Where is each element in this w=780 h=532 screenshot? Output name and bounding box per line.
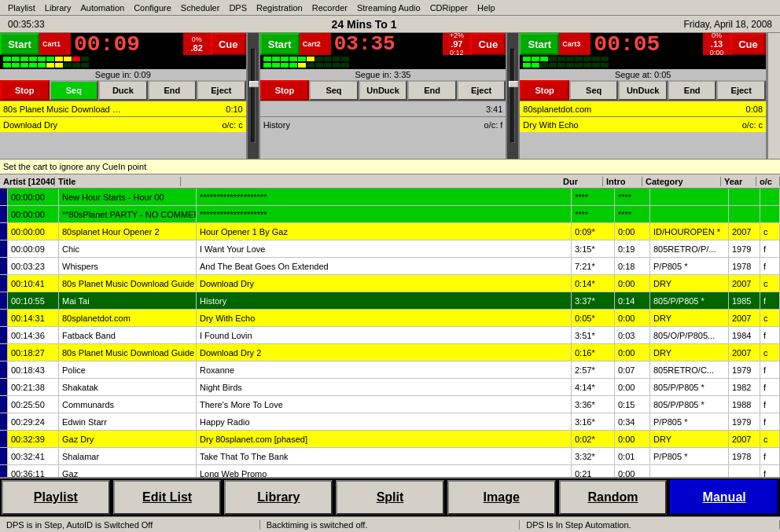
cell-year: 1982 [729, 379, 760, 395]
table-row[interactable]: 00:14:36Fatback BandI Found Lovin3:51*0:… [0, 327, 780, 344]
menu-item-streaming-audio[interactable]: Streaming Audio [352, 2, 425, 14]
cart2-unduck-button[interactable]: UnDuck [359, 80, 408, 101]
cart3-segue: Segue at: 0:05 [520, 69, 766, 80]
menu-item-help[interactable]: Help [473, 2, 500, 14]
cart3-cue-button[interactable]: Cue [730, 33, 766, 55]
cart3-eject-button[interactable]: Eject [716, 80, 766, 101]
menu-item-cdripper[interactable]: CDRipper [425, 2, 473, 14]
fader2-thumb[interactable] [509, 81, 518, 87]
fader-1[interactable] [248, 33, 259, 159]
cart3-seq-button[interactable]: Seq [569, 80, 619, 101]
cart1-end-button[interactable]: End [148, 80, 197, 101]
cart3-info-primary: 80splanetdot.com 0:08 [520, 101, 766, 116]
menu-item-registration[interactable]: Registration [252, 2, 307, 14]
cart1-stop-button[interactable]: Stop [0, 80, 50, 101]
toolbar-btn-library[interactable]: Library [224, 480, 333, 515]
cart1-eject-button[interactable]: Eject [197, 80, 246, 101]
table-row[interactable]: 00:03:23WhispersAnd The Beat Goes On Ext… [0, 258, 780, 275]
cell-artist: Whispers [59, 258, 197, 274]
toolbar-btn-manual[interactable]: Manual [670, 480, 778, 515]
menu-item-automation[interactable]: Automation [75, 2, 129, 14]
cart2-end-button[interactable]: End [407, 80, 457, 101]
menu-item-library[interactable]: Library [40, 2, 76, 14]
cell-title: I Want Your Love [197, 240, 572, 257]
cell-artist: Gaz Dry [59, 431, 197, 447]
cart2-info-secondary: History o/c: f [260, 116, 506, 132]
col-category: Category [642, 177, 721, 186]
cell-category: ID/HOUROPEN * [650, 223, 729, 240]
toolbar-btn-split[interactable]: Split [336, 480, 444, 515]
cell-artist: Mai Tai [59, 292, 197, 309]
table-row[interactable]: 00:32:41ShalamarTake That To The Bank3:3… [0, 448, 780, 465]
playlist-area: Artist [120408.apl] Title Dur Intro Cate… [0, 174, 780, 477]
table-row[interactable]: 00:10:4180s Planet Music Download GuideD… [0, 275, 780, 292]
cart2-number: Cart2 [300, 33, 331, 55]
table-row[interactable]: 00:00:00**80sPlanet PARTY - NO COMMERCIA… [0, 206, 780, 223]
cell-title: Happy Radio [197, 413, 572, 430]
menu-item-recorder[interactable]: Recorder [307, 2, 352, 14]
menu-item-scheduler[interactable]: Scheduler [176, 2, 225, 14]
table-row[interactable]: 00:10:55Mai TaiHistory3:37*0:14805/P/P80… [0, 292, 780, 310]
cart3-start-button[interactable]: Start [520, 33, 559, 55]
cart3-number: Cart3 [559, 33, 591, 55]
cell-artist: **80sPlanet PARTY - NO COMMERCIALS** [59, 206, 197, 222]
table-row[interactable]: 00:00:09ChicI Want Your Love3:15*0:19805… [0, 240, 780, 258]
cell-time: 00:36:11 [8, 465, 59, 477]
table-row[interactable]: 00:21:38ShakatakNight Birds4:14*0:00805/… [0, 379, 780, 396]
cart3-end-button[interactable]: End [668, 80, 717, 101]
status-bar: DPS is in Step, AutoID is Switched Off B… [0, 516, 780, 532]
table-row[interactable]: 00:36:11GazLong Web Promo0:210:00f [0, 465, 780, 477]
table-row[interactable]: 00:00:00New Hour Starts - Hour 00*******… [0, 189, 780, 206]
table-row[interactable]: 00:18:43PoliceRoxanne2:57*0:07805RETRO/C… [0, 361, 780, 379]
cart2-start-button[interactable]: Start [260, 33, 300, 55]
table-row[interactable]: 00:00:0080splanet Hour Opener 2Hour Open… [0, 223, 780, 240]
cell-intro: **** [615, 206, 650, 222]
cell-time: 00:25:50 [8, 396, 59, 413]
menu-item-configure[interactable]: Configure [129, 2, 176, 14]
cell-artist: Edwin Starr [59, 413, 197, 430]
cart2-stop-button[interactable]: Stop [260, 80, 310, 101]
cell-title: ******************** [197, 206, 572, 222]
menu-item-playlist[interactable]: Playlist [3, 2, 40, 14]
cart2-seq-button[interactable]: Seq [309, 80, 359, 101]
table-row[interactable]: 00:18:2780s Planet Music Download GuideD… [0, 344, 780, 361]
cart1-cue-button[interactable]: Cue [211, 33, 246, 55]
cart1-seq-button[interactable]: Seq [50, 80, 99, 101]
cart1-start-button[interactable]: Start [0, 33, 39, 55]
toolbar-btn-editlist[interactable]: Edit List [113, 480, 222, 515]
right-scrollbar[interactable] [767, 33, 780, 159]
cart3-header: Start Cart3 00:05 0% .13 0:00 Cue [520, 33, 766, 55]
cell-intro: 0:00 [615, 379, 650, 395]
cart-player-2: Start Cart2 03:35 +2% .97 0:12 Cue [260, 33, 506, 159]
cart3-time: 00:05 [591, 33, 703, 55]
cart3-unduck-button[interactable]: UnDuck [618, 80, 668, 101]
cell-intro: 0:19 [615, 240, 650, 257]
cell-title: Dry With Echo [197, 310, 572, 326]
table-row[interactable]: 00:25:50CommunardsThere's More To Love3:… [0, 396, 780, 413]
table-row[interactable]: 00:14:3180splanetdot.comDry With Echo0:0… [0, 310, 780, 327]
fader-2[interactable] [507, 33, 518, 159]
table-row[interactable]: 00:29:24Edwin StarrHappy Radio3:16*0:34P… [0, 413, 780, 431]
toolbar-btn-random[interactable]: Random [559, 480, 668, 515]
cell-title: Download Dry 2 [197, 344, 572, 361]
cart1-duck-button[interactable]: Duck [98, 80, 148, 101]
fader1-thumb[interactable] [249, 81, 259, 87]
cell-year: 1985 [729, 292, 760, 309]
cell-time: 00:14:31 [8, 310, 59, 326]
cart2-eject-button[interactable]: Eject [457, 80, 506, 101]
cell-category: DRY [650, 275, 729, 292]
cart2-cue-button[interactable]: Cue [470, 33, 506, 55]
cell-title: Hour Opener 1 By Gaz [197, 223, 572, 240]
cell-category: 805/P/P805 * [650, 379, 729, 395]
cell-ovc: f [760, 379, 780, 395]
toolbar-btn-playlist[interactable]: Playlist [2, 480, 110, 515]
cell-year: 1978 [729, 258, 760, 274]
table-row[interactable]: 00:32:39Gaz DryDry 80splanet.com [phased… [0, 431, 780, 448]
cart3-stop-button[interactable]: Stop [520, 80, 569, 101]
cell-intro: 0:00 [615, 465, 650, 477]
cart2-header: Start Cart2 03:35 +2% .97 0:12 Cue [260, 33, 506, 55]
toolbar-btn-image[interactable]: Image [447, 480, 556, 515]
menu-item-dps[interactable]: DPS [224, 2, 252, 14]
cart1-vu-meter [0, 55, 246, 69]
cart2-info-primary: 3:41 [260, 101, 506, 116]
